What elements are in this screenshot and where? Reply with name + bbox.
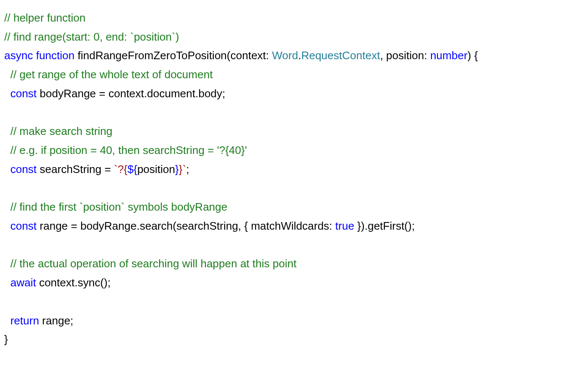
code-text: (: [227, 49, 231, 62]
code-text: }).getFirst();: [354, 220, 415, 232]
code-comment: // helper function: [4, 11, 85, 24]
code-indent: [4, 314, 10, 327]
code-comment: // the actual operation of searching wil…: [4, 257, 297, 270]
code-text: :: [424, 49, 430, 62]
code-type: Word: [272, 49, 298, 62]
code-type: number: [430, 49, 467, 62]
code-keyword: const: [10, 220, 36, 232]
code-interp-close: }: [175, 163, 179, 176]
code-keyword: true: [335, 220, 354, 232]
code-text: searchString =: [37, 163, 114, 176]
code-param: position: [386, 49, 424, 62]
code-keyword: const: [10, 87, 36, 100]
code-comment: // find the first `position` symbols bod…: [4, 200, 227, 213]
code-keyword: async: [4, 49, 33, 62]
code-text: range = bodyRange.search(searchString, {…: [37, 220, 335, 232]
code-indent: [4, 220, 10, 232]
code-text: .: [298, 49, 301, 62]
code-comment: // find range(start: 0, end: `position`): [4, 30, 179, 43]
code-text: range;: [39, 314, 73, 327]
code-text: bodyRange = context.document.body;: [37, 87, 225, 100]
code-comment: // e.g. if position = 40, then searchStr…: [4, 144, 247, 157]
code-brace: }: [4, 333, 8, 346]
code-keyword: await: [10, 276, 36, 289]
code-interp-open: ${: [127, 163, 137, 176]
code-text: ,: [380, 49, 386, 62]
code-keyword: return: [10, 314, 39, 327]
code-block: // helper function // find range(start: …: [0, 0, 588, 353]
code-string: }`: [179, 163, 186, 176]
code-type: RequestContext: [301, 49, 380, 62]
code-text: context.sync();: [36, 276, 110, 289]
code-comment: // make search string: [4, 125, 113, 137]
code-function-name: findRangeFromZeroToPosition: [74, 49, 227, 62]
code-comment: // get range of the whole text of docume…: [4, 68, 213, 81]
code-indent: [4, 276, 10, 289]
code-keyword: function: [36, 49, 74, 62]
code-interp-expr: position: [137, 163, 175, 176]
code-text: ;: [186, 163, 189, 176]
code-text: ) {: [467, 49, 478, 62]
code-keyword: const: [10, 163, 36, 176]
code-param: context: [231, 49, 266, 62]
code-string: `?{: [114, 163, 127, 176]
code-indent: [4, 87, 10, 100]
code-indent: [4, 163, 10, 176]
code-text: :: [266, 49, 272, 62]
